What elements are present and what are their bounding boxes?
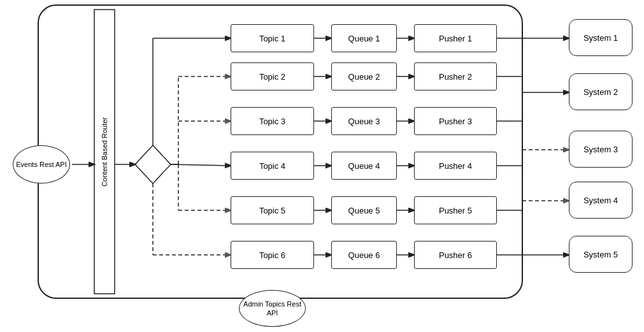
topic-2-box: Topic 2 [231,62,314,90]
system-3-box: System 3 [569,131,633,168]
topic-5-label: Topic 5 [259,206,285,215]
pusher-2-box: Pusher 2 [414,62,497,90]
pusher-2-label: Pusher 2 [439,72,472,82]
queue-5-label: Queue 5 [348,206,380,215]
topic-5-box: Topic 5 [231,196,314,224]
system-5-label: System 5 [583,250,618,259]
svg-line-11 [171,164,231,166]
system-2-box: System 2 [569,73,633,110]
topic-6-box: Topic 6 [231,241,314,269]
content-router-label: Content Based Router [94,10,115,294]
system-1-label: System 1 [583,33,618,43]
queue-1-box: Queue 1 [331,24,397,52]
system-1-box: System 1 [569,19,633,56]
queue-2-box: Queue 2 [331,62,397,90]
system-2-label: System 2 [583,87,618,97]
topic-2-label: Topic 2 [259,72,285,82]
pusher-5-box: Pusher 5 [414,196,497,224]
queue-4-box: Queue 4 [331,152,397,180]
pusher-5-label: Pusher 5 [439,206,472,215]
events-api-label: Events Rest API [16,161,66,168]
admin-api-oval: Admin Topics Rest API [239,290,306,327]
queue-4-label: Queue 4 [348,161,380,171]
topic-6-label: Topic 6 [259,250,285,260]
pusher-3-label: Pusher 3 [439,117,472,126]
events-api-oval: Events Rest API [13,145,70,184]
system-5-box: System 5 [569,236,633,273]
queue-6-label: Queue 6 [348,250,380,260]
topic-1-label: Topic 1 [259,34,285,43]
pusher-1-box: Pusher 1 [414,24,497,52]
pusher-6-label: Pusher 6 [439,250,472,260]
queue-6-box: Queue 6 [331,241,397,269]
system-4-box: System 4 [569,182,633,219]
admin-api-label: Admin Topics Rest API [240,300,305,318]
pusher-4-box: Pusher 4 [414,152,497,180]
queue-2-label: Queue 2 [348,72,380,82]
queue-3-box: Queue 3 [331,107,397,135]
topic-3-label: Topic 3 [259,117,285,126]
pusher-4-label: Pusher 4 [439,161,472,171]
queue-1-label: Queue 1 [348,34,380,43]
queue-5-box: Queue 5 [331,196,397,224]
topic-3-box: Topic 3 [231,107,314,135]
pusher-3-box: Pusher 3 [414,107,497,135]
topic-4-box: Topic 4 [231,152,314,180]
pusher-1-label: Pusher 1 [439,34,472,43]
svg-marker-2 [135,145,171,184]
topic-4-label: Topic 4 [259,161,285,171]
system-3-label: System 3 [583,145,618,154]
pusher-6-box: Pusher 6 [414,241,497,269]
system-4-label: System 4 [583,196,618,205]
diagram-container: Events Rest API Content Based Router Top… [0,0,644,332]
topic-1-box: Topic 1 [231,24,314,52]
queue-3-label: Queue 3 [348,117,380,126]
